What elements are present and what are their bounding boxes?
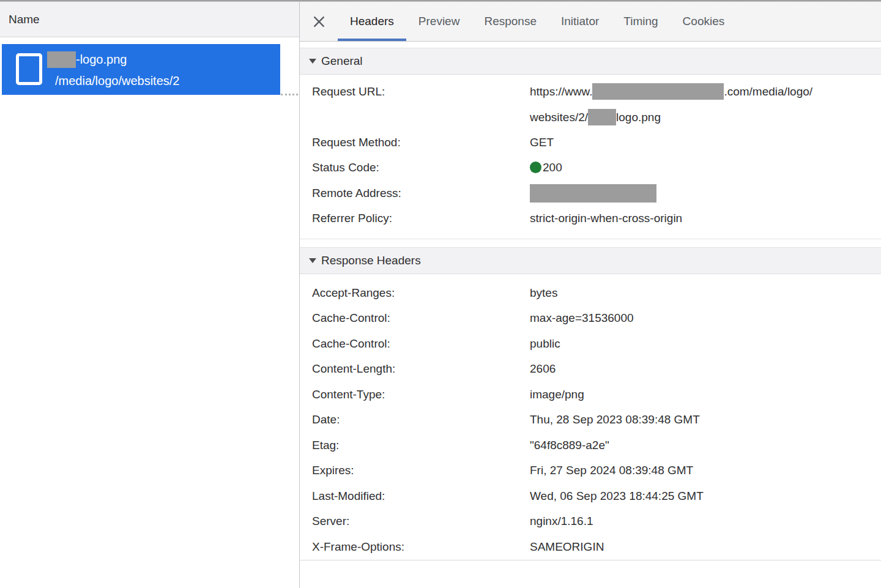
devtools-network-panel: Name -logo.png /media/logo/websites/2 He… [0,0,881,588]
spacer [300,42,881,48]
response-header-row: Content-Type: image/png [312,382,881,408]
url-part: https://www. [530,85,592,98]
header-value: strict-origin-when-cross-origin [530,212,881,225]
tab-response[interactable]: Response [472,2,549,41]
header-value: bytes [530,286,881,300]
image-thumbnail-icon [16,53,42,85]
triangle-down-icon [309,59,316,64]
header-value: SAMEORIGIN [530,540,881,554]
section-header-response-headers[interactable]: Response Headers [300,247,881,274]
header-value: Fri, 27 Sep 2024 08:39:48 GMT [530,464,881,477]
section-title: General [321,54,363,68]
header-value: 200 [530,161,881,174]
tabs-container: HeadersPreviewResponseInitiatorTimingCoo… [338,2,737,41]
header-row-remote-address: Remote Address: [312,180,881,206]
header-name: Last-Modified: [312,489,530,503]
tab-label: Response [484,15,537,28]
window-top-edge [0,0,881,2]
header-value: "64f8c889-a2e" [530,439,881,452]
header-name: Content-Length: [312,362,530,376]
header-value: public [530,337,881,351]
header-value: max-age=31536000 [530,311,881,325]
close-icon[interactable] [308,2,329,41]
name-column-header[interactable]: Name [0,2,299,37]
response-header-row: Cache-Control: max-age=31536000 [312,306,881,332]
request-row-selected[interactable]: -logo.png /media/logo/websites/2 [2,44,280,95]
header-name: Cache-Control: [312,311,530,325]
response-header-row: Expires: Fri, 27 Sep 2024 08:39:48 GMT [312,458,881,484]
response-header-row: Content-Length: 2606 [312,357,881,382]
response-header-row: Accept-Ranges: bytes [312,280,881,306]
redacted-ip-address [530,184,656,203]
header-name: Expires: [312,464,530,477]
response-header-rows: Accept-Ranges: bytes Cache-Control: max-… [300,280,881,560]
column-resize-dots [281,94,298,96]
general-rows: Request URL: https://www..com/media/logo… [300,79,881,239]
tab-headers[interactable]: Headers [338,2,406,41]
header-name: Referrer Policy: [312,212,530,225]
header-value: 2606 [530,362,881,376]
tab-cookies[interactable]: Cookies [671,2,737,41]
header-name: Status Code: [312,161,530,174]
header-name: X-Frame-Options: [312,540,530,554]
header-value: GET [530,136,881,149]
header-row-request-url: Request URL: https://www..com/media/logo… [312,79,881,130]
status-code-value: 200 [543,161,562,174]
tab-initiator[interactable]: Initiator [549,2,611,41]
response-header-row: Server: nginx/1.16.1 [312,509,881,535]
header-name: Date: [312,413,530,426]
response-header-row: Etag: "64f8c889-a2e" [312,433,881,458]
url-part: .com/media/logo/ [724,85,812,98]
header-name: Request Method: [312,136,530,149]
triangle-down-icon [309,258,316,263]
name-column-label: Name [9,13,40,26]
detail-tab-bar: HeadersPreviewResponseInitiatorTimingCoo… [300,2,881,42]
tab-label: Headers [350,15,394,28]
tab-label: Timing [623,15,658,28]
header-name: Content-Type: [312,388,530,401]
redacted-filename-prefix [47,51,76,68]
tab-timing[interactable]: Timing [611,2,670,41]
section-header-general[interactable]: General [300,48,881,75]
header-row-request-method: Request Method: GET [312,130,881,155]
redacted-domain [592,83,724,100]
section-title: Response Headers [321,254,421,267]
tab-label: Cookies [683,15,725,28]
header-value: nginx/1.16.1 [530,515,881,528]
request-details-panel: HeadersPreviewResponseInitiatorTimingCoo… [300,2,881,588]
header-value: image/png [530,388,881,401]
header-name: Remote Address: [312,187,530,200]
header-value: https://www..com/media/logo/ websites/2/… [530,79,881,130]
response-header-row: X-Frame-Options: SAMEORIGIN [312,534,881,560]
tab-label: Preview [418,15,460,28]
tab-label: Initiator [561,15,599,28]
request-path: /media/logo/websites/2 [47,72,179,90]
header-value [530,184,881,203]
header-name: Etag: [312,439,530,452]
header-row-referrer-policy: Referrer Policy: strict-origin-when-cros… [312,206,881,232]
header-name: Request URL: [312,79,530,105]
response-header-row: Last-Modified: Wed, 06 Sep 2023 18:44:25… [312,483,881,509]
response-header-row: Date: Thu, 28 Sep 2023 08:39:48 GMT [312,408,881,433]
header-name: Accept-Ranges: [312,286,530,300]
request-filename: -logo.png [76,53,127,67]
header-name: Server: [312,515,530,528]
header-row-status-code: Status Code: 200 [312,155,881,181]
spacer [300,239,881,247]
url-part: logo.png [616,111,661,124]
header-value: Thu, 28 Sep 2023 08:39:48 GMT [530,413,881,426]
status-ok-icon [530,162,541,173]
request-list-panel: Name -logo.png /media/logo/websites/2 [0,2,300,588]
request-row-text: -logo.png /media/logo/websites/2 [47,50,179,90]
tab-preview[interactable]: Preview [406,2,472,41]
url-part: websites/2/ [530,111,588,124]
redacted-filename [588,109,616,125]
header-value: Wed, 06 Sep 2023 18:44:25 GMT [530,489,881,503]
header-name: Cache-Control: [312,337,530,351]
response-header-row: Cache-Control: public [312,331,881,357]
